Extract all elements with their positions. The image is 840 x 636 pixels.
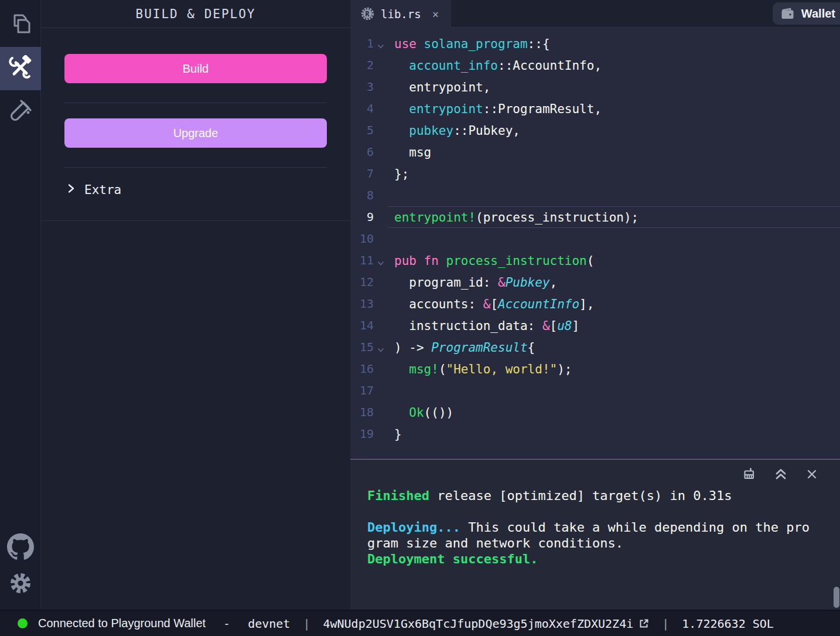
fold-gutter (374, 293, 388, 315)
upgrade-button[interactable]: Upgrade (64, 118, 327, 148)
sidebar-item-settings[interactable] (0, 566, 41, 603)
code-line-text: } (388, 423, 840, 445)
gear-icon (8, 571, 33, 598)
code-line-text (388, 228, 840, 250)
terminal-output[interactable]: Finished release [optimized] target(s) i… (350, 485, 840, 567)
extra-expander[interactable]: Extra (64, 183, 327, 197)
divider (64, 167, 327, 168)
line-number: 7 (350, 163, 374, 185)
github-icon (7, 533, 34, 563)
sidebar-item-test[interactable] (0, 90, 41, 134)
code-line[interactable]: 19} (350, 423, 840, 445)
fold-gutter (374, 163, 388, 185)
code-line[interactable]: 12 program_id: &Pubkey, (350, 271, 840, 293)
sidebar-item-github[interactable] (0, 530, 41, 566)
build-button[interactable]: Build (64, 54, 327, 83)
fold-chevron-icon[interactable] (374, 250, 388, 271)
code-line[interactable]: 15) -> ProgramResult{ (350, 336, 840, 358)
code-line-text (388, 380, 840, 402)
cluster-name: devnet (248, 617, 290, 631)
code-line[interactable]: 6 msg (350, 141, 840, 163)
code-line[interactable]: 5 pubkey::Pubkey, (350, 120, 840, 141)
line-number: 12 (350, 271, 374, 293)
svg-text:R: R (366, 10, 370, 18)
rust-icon: R (361, 7, 374, 21)
terminal-panel: Finished release [optimized] target(s) i… (350, 459, 840, 610)
sidebar-item-explorer[interactable] (0, 4, 41, 47)
line-number: 15 (350, 336, 374, 358)
fold-gutter (374, 228, 388, 250)
close-icon (806, 468, 818, 482)
code-line[interactable]: 7}; (350, 163, 840, 185)
code-line[interactable]: 9entrypoint!(process_instruction); (350, 206, 840, 228)
divider (64, 103, 327, 103)
wallet-button[interactable]: Wallet (773, 2, 840, 25)
terminal-line: Deployment successful. (367, 551, 828, 567)
fold-gutter (374, 55, 388, 76)
sidebar-item-build-deploy[interactable] (0, 47, 41, 90)
panel-body: Build Upgrade Extra (41, 28, 350, 221)
tab-label: lib.rs (381, 8, 421, 21)
status-dash: - (223, 617, 230, 631)
activity-bar (0, 0, 41, 610)
terminal-scrollbar-thumb[interactable] (834, 587, 839, 608)
tab-librs[interactable]: R lib.rs × (350, 0, 451, 28)
code-line-text: instruction_data: &[u8] (388, 315, 840, 336)
code-line[interactable]: 11pub fn process_instruction( (350, 250, 840, 271)
code-line-text: msg!("Hello, world!"); (388, 358, 840, 380)
status-separator: | (662, 617, 669, 631)
line-number: 18 (350, 402, 374, 423)
wallet-address: 4wNUdp2USV1Gx6BqTcJfupDQe93g5jmoXxefZDXU… (323, 617, 633, 631)
code-line-text: use solana_program::{ (388, 33, 840, 55)
fold-gutter (374, 120, 388, 141)
fold-gutter (374, 98, 388, 120)
close-terminal-button[interactable] (806, 468, 818, 482)
broom-icon (742, 467, 756, 484)
line-number: 16 (350, 358, 374, 380)
terminal-line (367, 504, 828, 519)
line-number: 9 (350, 206, 374, 228)
fold-gutter (374, 271, 388, 293)
code-line-text: Ok(()) (388, 402, 840, 423)
code-line[interactable]: 1use solana_program::{ (350, 33, 840, 55)
code-line[interactable]: 8 (350, 185, 840, 206)
wallet-icon (781, 8, 794, 20)
code-line[interactable]: 16 msg!("Hello, world!"); (350, 358, 840, 380)
code-line[interactable]: 17 (350, 380, 840, 402)
fold-gutter (374, 402, 388, 423)
code-line[interactable]: 13 accounts: &[AccountInfo], (350, 293, 840, 315)
tab-close-icon[interactable]: × (432, 8, 439, 21)
code-line[interactable]: 18 Ok(()) (350, 402, 840, 423)
line-number: 17 (350, 380, 374, 402)
wallet-balance: 1.7226632 SOL (682, 617, 774, 631)
code-line[interactable]: 3 entrypoint, (350, 76, 840, 98)
line-number: 19 (350, 423, 374, 445)
code-line-text: }; (388, 163, 840, 185)
code-line[interactable]: 14 instruction_data: &[u8] (350, 315, 840, 336)
expand-terminal-button[interactable] (774, 468, 787, 483)
clear-terminal-button[interactable] (742, 467, 756, 484)
tools-icon (8, 55, 33, 82)
line-number: 2 (350, 55, 374, 76)
panel-header: BUILD & DEPLOY (41, 0, 350, 28)
code-line-text: entrypoint, (388, 76, 840, 98)
status-bar: Connected to Playground Wallet - devnet … (0, 610, 840, 636)
panel-title: BUILD & DEPLOY (135, 7, 255, 21)
chevron-right-icon (67, 183, 75, 197)
code-editor[interactable]: 1use solana_program::{2 account_info::Ac… (350, 28, 840, 459)
activity-bar-bottom (0, 530, 40, 603)
fold-chevron-icon[interactable] (374, 336, 388, 358)
code-line[interactable]: 2 account_info::AccountInfo, (350, 55, 840, 76)
connection-status-text: Connected to Playground Wallet (38, 617, 206, 630)
line-number: 10 (350, 228, 374, 250)
external-link-icon (638, 618, 649, 629)
line-number: 8 (350, 185, 374, 206)
wallet-address-link[interactable]: 4wNUdp2USV1Gx6BqTcJfupDQe93g5jmoXxefZDXU… (323, 617, 649, 631)
fold-chevron-icon[interactable] (374, 33, 388, 55)
code-line[interactable]: 4 entrypoint::ProgramResult, (350, 98, 840, 120)
tab-bar: R lib.rs × Wallet (350, 0, 840, 28)
code-line-text: entrypoint!(process_instruction); (388, 206, 840, 228)
code-line[interactable]: 10 (350, 228, 840, 250)
connection-status-dot (18, 618, 28, 628)
line-number: 14 (350, 315, 374, 336)
